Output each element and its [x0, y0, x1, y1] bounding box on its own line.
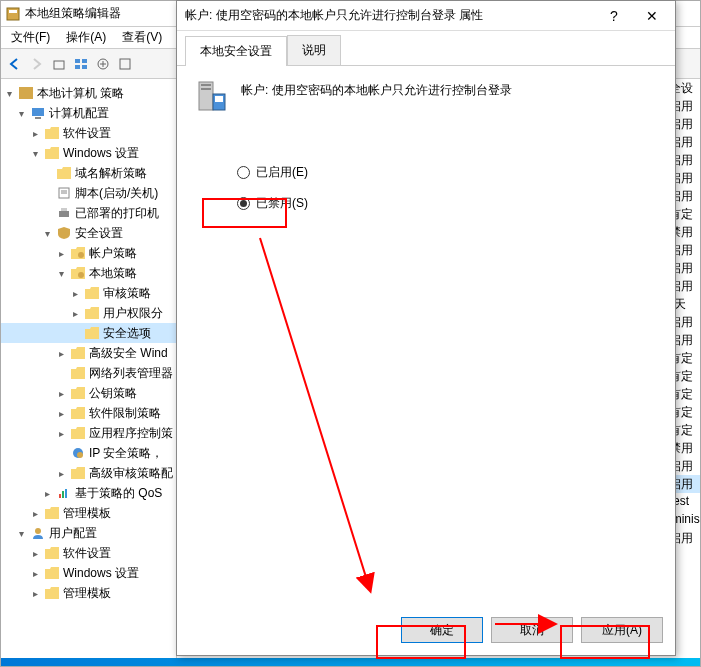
back-icon[interactable] [5, 54, 25, 74]
tree-user-rights[interactable]: ▸用户权限分 [1, 303, 176, 323]
radio-icon [237, 166, 250, 179]
chevron-right-icon[interactable]: ▸ [29, 587, 41, 599]
svg-point-16 [78, 272, 84, 278]
svg-rect-13 [59, 211, 69, 217]
tab-security[interactable]: 本地安全设置 [185, 36, 287, 66]
tree-audit[interactable]: ▸审核策略 [1, 283, 176, 303]
svg-rect-10 [32, 108, 44, 116]
up-icon[interactable] [49, 54, 69, 74]
tree-qos[interactable]: ▸基于策略的 QoS [1, 483, 176, 503]
folder-icon [44, 585, 60, 601]
export-icon[interactable] [93, 54, 113, 74]
radio-enabled-label: 已启用(E) [256, 164, 308, 181]
tree-software1[interactable]: ▸软件设置 [1, 123, 176, 143]
svg-rect-21 [65, 489, 67, 498]
chevron-right-icon[interactable]: ▸ [69, 287, 81, 299]
chevron-right-icon[interactable]: ▸ [55, 427, 67, 439]
chevron-down-icon[interactable]: ▾ [41, 227, 53, 239]
tree-local-policy[interactable]: ▾本地策略 [1, 263, 176, 283]
chevron-down-icon[interactable]: ▾ [15, 107, 27, 119]
tree-admin-templates2[interactable]: ▸管理模板 [1, 583, 176, 603]
chevron-right-icon[interactable]: ▸ [55, 467, 67, 479]
properties-dialog: 帐户: 使用空密码的本地帐户只允许进行控制台登录 属性 ? ✕ 本地安全设置 说… [176, 0, 676, 656]
folder-icon [44, 505, 60, 521]
chevron-right-icon[interactable]: ▸ [69, 307, 81, 319]
chevron-right-icon[interactable]: ▸ [55, 347, 67, 359]
tree-panel[interactable]: ▾本地计算机 策略 ▾计算机配置 ▸软件设置 ▾Windows 设置 域名解析策… [1, 79, 177, 666]
ok-button[interactable]: 确定 [401, 617, 483, 643]
tab-explain[interactable]: 说明 [287, 35, 341, 65]
help-icon[interactable] [115, 54, 135, 74]
svg-rect-27 [215, 96, 223, 102]
tree-nameres[interactable]: 域名解析策略 [1, 163, 176, 183]
tree-software2[interactable]: ▸软件设置 [1, 543, 176, 563]
tree-ipsec[interactable]: IP 安全策略， [1, 443, 176, 463]
dialog-buttons: 确定 取消 应用(A) [401, 617, 663, 643]
svg-rect-8 [120, 59, 130, 69]
radio-enabled[interactable]: 已启用(E) [237, 164, 659, 181]
svg-rect-14 [61, 208, 67, 211]
chevron-right-icon[interactable]: ▸ [55, 407, 67, 419]
tree-app-control[interactable]: ▸应用程序控制策 [1, 423, 176, 443]
cancel-button[interactable]: 取消 [491, 617, 573, 643]
tree-software-restrict[interactable]: ▸软件限制策略 [1, 403, 176, 423]
chevron-right-icon[interactable]: ▸ [29, 547, 41, 559]
svg-point-22 [35, 528, 41, 534]
svg-rect-24 [201, 84, 211, 86]
chevron-down-icon[interactable]: ▾ [55, 267, 67, 279]
menu-view[interactable]: 查看(V) [116, 27, 168, 48]
folder-icon [70, 385, 86, 401]
tree-printers[interactable]: 已部署的打印机 [1, 203, 176, 223]
chevron-down-icon[interactable]: ▾ [15, 527, 27, 539]
tree-public-key[interactable]: ▸公钥策略 [1, 383, 176, 403]
tree-security[interactable]: ▾安全设置 [1, 223, 176, 243]
radio-disabled[interactable]: 已禁用(S) [237, 195, 659, 212]
folder-lock-icon [84, 305, 100, 321]
list-icon[interactable] [71, 54, 91, 74]
chevron-right-icon[interactable]: ▸ [29, 127, 41, 139]
tree-firewall[interactable]: ▸高级安全 Wind [1, 343, 176, 363]
tree-user-config[interactable]: ▾用户配置 [1, 523, 176, 543]
chevron-down-icon[interactable]: ▾ [3, 87, 15, 99]
chevron-right-icon[interactable]: ▸ [55, 247, 67, 259]
folder-icon [44, 545, 60, 561]
dialog-titlebar[interactable]: 帐户: 使用空密码的本地帐户只允许进行控制台登录 属性 ? ✕ [177, 1, 675, 31]
svg-rect-6 [82, 65, 87, 69]
close-button[interactable]: ✕ [637, 4, 667, 28]
svg-rect-19 [59, 494, 61, 498]
window-title: 本地组策略编辑器 [25, 5, 121, 22]
forward-icon[interactable] [27, 54, 47, 74]
svg-rect-9 [19, 87, 33, 99]
menu-file[interactable]: 文件(F) [5, 27, 56, 48]
tree-root[interactable]: ▾本地计算机 策略 [1, 83, 176, 103]
chevron-right-icon[interactable]: ▸ [55, 387, 67, 399]
svg-rect-23 [199, 82, 213, 110]
tree-computer-config[interactable]: ▾计算机配置 [1, 103, 176, 123]
chart-icon [56, 485, 72, 501]
tree-advanced-audit[interactable]: ▸高级审核策略配 [1, 463, 176, 483]
svg-point-18 [77, 452, 83, 458]
svg-rect-1 [9, 10, 17, 13]
chevron-right-icon[interactable]: ▸ [29, 507, 41, 519]
tree-network-list[interactable]: 网络列表管理器 [1, 363, 176, 383]
shield-icon [56, 225, 72, 241]
tree-windows2[interactable]: ▸Windows 设置 [1, 563, 176, 583]
svg-rect-5 [75, 65, 80, 69]
menu-action[interactable]: 操作(A) [60, 27, 112, 48]
user-icon [30, 525, 46, 541]
svg-rect-11 [35, 117, 41, 119]
chevron-down-icon[interactable]: ▾ [29, 147, 41, 159]
apply-button[interactable]: 应用(A) [581, 617, 663, 643]
tree-scripts[interactable]: 脚本(启动/关机) [1, 183, 176, 203]
folder-lock-icon [84, 285, 100, 301]
folder-lock-icon [84, 325, 100, 341]
tree-account-policy[interactable]: ▸帐户策略 [1, 243, 176, 263]
chevron-right-icon[interactable]: ▸ [29, 567, 41, 579]
dialog-title: 帐户: 使用空密码的本地帐户只允许进行控制台登录 属性 [185, 7, 599, 24]
radio-icon [237, 197, 250, 210]
help-button[interactable]: ? [599, 4, 629, 28]
chevron-right-icon[interactable]: ▸ [41, 487, 53, 499]
tree-security-options[interactable]: 安全选项 [1, 323, 176, 343]
tree-windows1[interactable]: ▾Windows 设置 [1, 143, 176, 163]
tree-admin-templates1[interactable]: ▸管理模板 [1, 503, 176, 523]
